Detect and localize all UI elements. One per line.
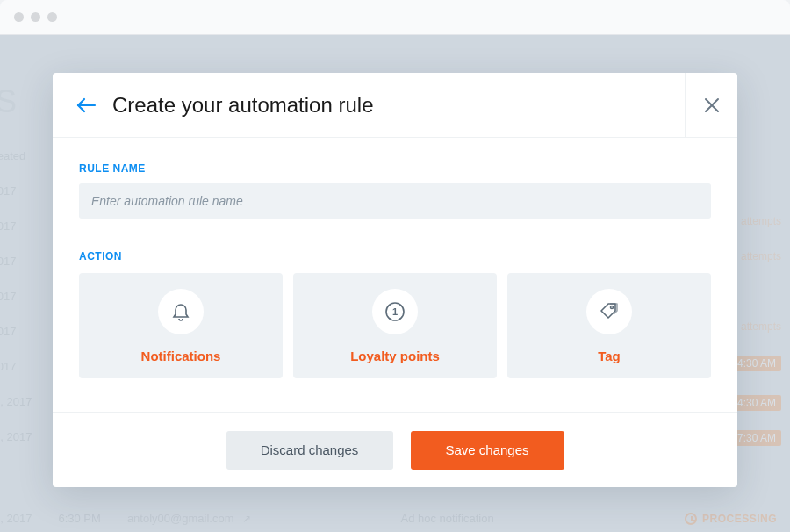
modal-header: Create your automation rule xyxy=(53,73,737,138)
rule-name-label: RULE NAME xyxy=(79,162,711,175)
create-automation-rule-modal: Create your automation rule RULE NAME AC… xyxy=(53,73,737,487)
icon-circle xyxy=(586,289,632,334)
action-card-label: Tag xyxy=(598,349,621,363)
modal-footer: Discard changes Save changes xyxy=(53,412,737,487)
action-card-notifications[interactable]: Notifications xyxy=(79,273,283,378)
rule-name-input[interactable] xyxy=(79,183,711,219)
icon-circle xyxy=(158,289,204,334)
coin-one-icon: 1 xyxy=(384,300,406,323)
modal-body: RULE NAME ACTION Notifications 1 xyxy=(53,138,737,412)
save-button[interactable]: Save changes xyxy=(411,431,564,470)
arrow-left-icon xyxy=(75,97,97,114)
discard-button[interactable]: Discard changes xyxy=(226,431,393,470)
action-card-loyalty-points[interactable]: 1 Loyalty points xyxy=(293,273,497,378)
svg-point-5 xyxy=(611,306,614,308)
close-icon xyxy=(704,97,720,113)
action-cards-row: Notifications 1 Loyalty points xyxy=(79,273,711,378)
window-dot xyxy=(14,12,24,22)
window-dot xyxy=(31,12,40,22)
back-button[interactable] xyxy=(75,95,97,116)
action-label: ACTION xyxy=(79,250,711,262)
window-dot xyxy=(47,12,57,22)
action-card-tag[interactable]: Tag xyxy=(507,273,711,378)
svg-text:1: 1 xyxy=(392,306,398,317)
close-button[interactable] xyxy=(685,73,737,137)
action-card-label: Loyalty points xyxy=(350,349,440,363)
tag-icon xyxy=(598,300,621,323)
icon-circle: 1 xyxy=(372,289,418,334)
modal-title-wrap: Create your automation rule xyxy=(53,93,685,118)
action-card-label: Notifications xyxy=(141,349,221,363)
browser-chrome xyxy=(0,0,790,35)
bell-icon xyxy=(171,301,190,322)
modal-title: Create your automation rule xyxy=(112,93,374,118)
